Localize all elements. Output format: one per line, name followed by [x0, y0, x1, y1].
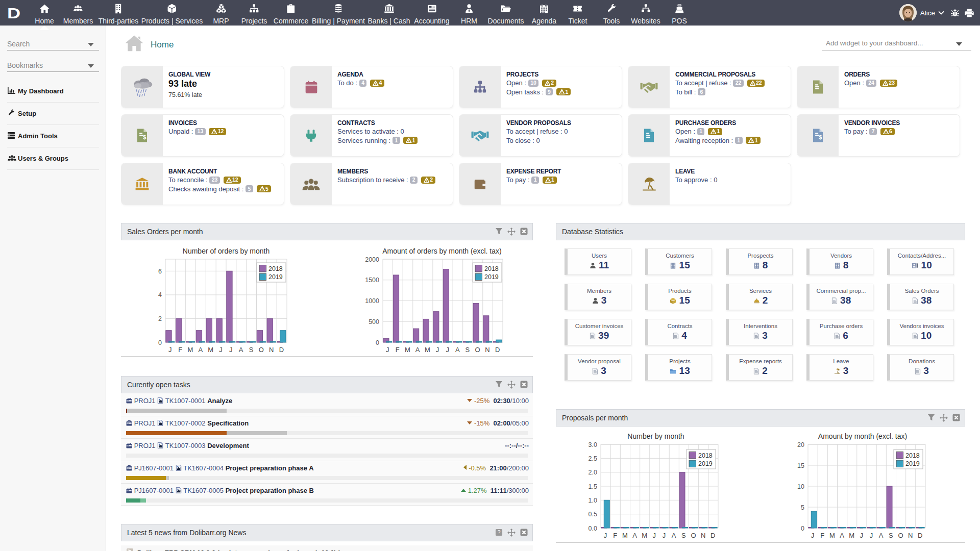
- svg-text:$: $: [143, 134, 146, 140]
- svg-text:J: J: [436, 346, 439, 354]
- svg-text:Amount of orders by month (exc: Amount of orders by month (excl. tax): [382, 247, 501, 255]
- svg-text:2018: 2018: [268, 265, 283, 272]
- svg-text:S: S: [889, 532, 893, 539]
- svg-text:Amount by month (excl. tax): Amount by month (excl. tax): [818, 432, 907, 440]
- svg-text:J: J: [446, 346, 449, 354]
- svg-text:1.5: 1.5: [589, 483, 597, 490]
- svg-text:15: 15: [797, 462, 804, 469]
- svg-text:F: F: [178, 346, 182, 354]
- svg-text:D: D: [495, 346, 500, 354]
- svg-text:F: F: [613, 532, 617, 539]
- svg-text:M: M: [405, 346, 410, 354]
- svg-text:2.5: 2.5: [589, 455, 597, 462]
- svg-text:F: F: [396, 346, 400, 354]
- svg-text:M: M: [622, 532, 628, 539]
- svg-text:S: S: [465, 346, 470, 354]
- svg-text:J: J: [860, 532, 864, 539]
- svg-text:J: J: [219, 346, 223, 354]
- svg-text:?: ?: [498, 530, 501, 535]
- svg-text:S: S: [681, 532, 686, 539]
- svg-text:2019: 2019: [905, 460, 920, 467]
- svg-text:S: S: [249, 346, 254, 354]
- svg-text:A: A: [879, 532, 884, 539]
- svg-text:N: N: [908, 532, 913, 539]
- svg-text:0: 0: [801, 525, 804, 532]
- svg-text:D: D: [918, 532, 922, 539]
- svg-text:Number of orders by month: Number of orders by month: [183, 247, 270, 255]
- svg-text:M: M: [642, 532, 647, 539]
- svg-text:M: M: [208, 346, 213, 354]
- svg-text:A: A: [239, 346, 243, 354]
- svg-text:O: O: [259, 346, 264, 354]
- svg-text:M: M: [188, 346, 193, 354]
- svg-text:J: J: [811, 532, 815, 539]
- svg-text:N: N: [269, 346, 274, 354]
- svg-text:0: 0: [158, 339, 162, 346]
- svg-text:1000: 1000: [365, 297, 379, 305]
- svg-text:D: D: [710, 532, 715, 539]
- svg-text:M: M: [829, 532, 835, 539]
- svg-text:A: A: [672, 532, 676, 539]
- svg-text:500: 500: [369, 318, 379, 325]
- svg-text:1.0: 1.0: [589, 497, 597, 504]
- svg-text:N: N: [701, 532, 705, 539]
- svg-text:2019: 2019: [484, 273, 499, 281]
- svg-text:N: N: [485, 346, 489, 354]
- svg-text:O: O: [691, 532, 696, 539]
- svg-text:2018: 2018: [698, 452, 713, 459]
- svg-text:A: A: [415, 346, 420, 354]
- svg-text:20: 20: [797, 441, 804, 448]
- svg-text:0.0: 0.0: [589, 525, 597, 532]
- svg-text:J: J: [604, 532, 607, 539]
- svg-text:J: J: [663, 532, 666, 539]
- svg-text:A: A: [455, 346, 460, 354]
- svg-text:A: A: [840, 532, 844, 539]
- svg-text:5: 5: [801, 504, 804, 511]
- svg-text:1500: 1500: [365, 277, 379, 284]
- svg-text:M: M: [849, 532, 854, 539]
- svg-text:2019: 2019: [698, 460, 713, 467]
- svg-text:Number by month: Number by month: [627, 432, 684, 440]
- svg-text:J: J: [870, 532, 873, 539]
- svg-text:2: 2: [158, 315, 162, 322]
- svg-text:J: J: [168, 346, 172, 354]
- svg-text:J: J: [386, 346, 389, 354]
- svg-text:O: O: [475, 346, 480, 354]
- svg-text:F: F: [820, 532, 824, 539]
- svg-text:D: D: [279, 346, 284, 354]
- svg-text:0.5: 0.5: [589, 511, 597, 518]
- svg-text:A: A: [632, 532, 637, 539]
- svg-text:M: M: [425, 346, 430, 354]
- svg-text:2019: 2019: [268, 273, 283, 281]
- svg-text:4: 4: [158, 291, 162, 298]
- svg-text:2.0: 2.0: [589, 469, 597, 476]
- svg-text:2018: 2018: [905, 452, 920, 459]
- svg-text:A: A: [198, 346, 203, 354]
- svg-text:O: O: [898, 532, 903, 539]
- svg-text:$: $: [819, 134, 822, 140]
- svg-text:2018: 2018: [484, 265, 499, 272]
- svg-text:J: J: [653, 532, 656, 539]
- svg-text:10: 10: [797, 483, 804, 490]
- svg-text:J: J: [229, 346, 233, 354]
- svg-text:0: 0: [376, 339, 379, 346]
- svg-text:2000: 2000: [365, 256, 379, 263]
- svg-text:3.0: 3.0: [589, 441, 597, 448]
- svg-text:6: 6: [158, 268, 162, 275]
